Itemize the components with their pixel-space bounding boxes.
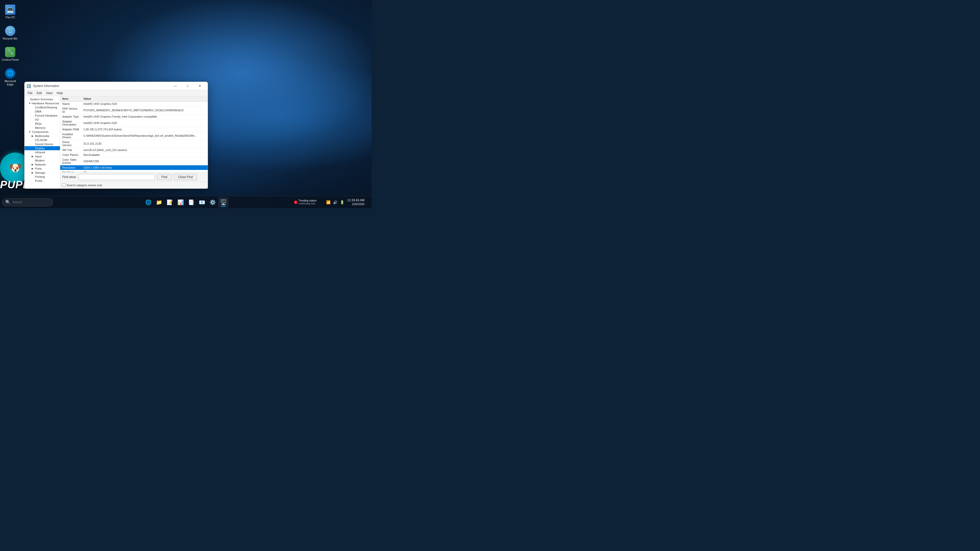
taskbar-app-powerpoint[interactable]: 📑: [186, 197, 196, 207]
row-value: 32: [81, 170, 208, 172]
row-item: Driver Version: [60, 140, 81, 148]
tree-item-cd-rom[interactable]: CD-ROM: [24, 138, 60, 142]
table-row[interactable]: Adapter RAM 1.00 GB (1,073,741,824 bytes…: [60, 127, 208, 132]
taskbar-app-word[interactable]: 📝: [165, 197, 175, 207]
tree-label: Display: [35, 147, 45, 150]
tree-item-display[interactable]: Display: [24, 146, 60, 150]
tree-item-dma[interactable]: DMA: [24, 110, 60, 114]
table-row[interactable]: Adapter Type Intel(R) UHD Graphics Famil…: [60, 114, 208, 119]
menu-help[interactable]: Help: [55, 90, 65, 96]
tree-label: Multimedia: [35, 135, 49, 138]
chevron-up-icon[interactable]: ⌃: [320, 199, 325, 205]
window-body: System Summary▼Hardware ResourcesConflic…: [24, 96, 208, 189]
maximize-button[interactable]: □: [182, 82, 193, 90]
search-input[interactable]: [13, 200, 51, 204]
row-value: Intel(R) UHD Graphics Family, Intel Corp…: [81, 114, 208, 119]
find-button[interactable]: Find: [157, 174, 172, 180]
tree-item-printing[interactable]: Printing: [24, 175, 60, 179]
taskbar-app-excel[interactable]: 📊: [175, 197, 186, 207]
tree-item-network[interactable]: ▶Network: [24, 162, 60, 167]
table-row[interactable]: Color Planes Not Available: [60, 152, 208, 157]
notif-badge: 2: [294, 200, 298, 204]
table-row[interactable]: Resolution 1920 x 1080 x 60 hertz: [60, 165, 208, 170]
taskbar-app-edge[interactable]: 🌐: [143, 197, 153, 207]
row-item: INF File: [60, 148, 81, 152]
row-value: Intel(R) UHD Graphics 620: [81, 102, 208, 106]
table-row[interactable]: Driver Version 31.0.101.2130: [60, 140, 208, 148]
tree-item-hardware-resources[interactable]: ▼Hardware Resources: [24, 101, 60, 105]
tree-item-problem-devices[interactable]: Probl...: [24, 179, 60, 183]
tree-item-ports[interactable]: ▶Ports: [24, 167, 60, 171]
expand-icon: ▶: [32, 163, 34, 166]
row-value: 1.00 GB (1,073,741,824 bytes): [81, 127, 208, 132]
expand-icon: ▶: [32, 155, 34, 158]
taskbar-app-outlook[interactable]: 📧: [197, 197, 207, 207]
tree-item-irqs[interactable]: IRQs: [24, 122, 60, 126]
row-value: C:\WINDOWS\System32\DriverStore\FileRepo…: [81, 132, 208, 140]
table-row[interactable]: Installed Drivers C:\WINDOWS\System32\Dr…: [60, 132, 208, 140]
desktop-icon-this-pc[interactable]: 💻 This PC: [0, 3, 21, 21]
close-button[interactable]: ✕: [194, 82, 206, 90]
sysinfo-window: ℹ️ System Information — □ ✕ File Edit Vi…: [24, 82, 208, 189]
battery-icon[interactable]: 🔋: [339, 199, 345, 205]
taskbar-app-file-explorer[interactable]: 📁: [154, 197, 164, 207]
tree-item-storage[interactable]: ▶Storage: [24, 171, 60, 175]
desktop-icon-control-panel[interactable]: 🔧 Control Panel: [0, 45, 21, 64]
table-row[interactable]: PNP Device ID PCI\VEN_8086&DEV_3EA0&SUBS…: [60, 106, 208, 114]
table-row[interactable]: Bits/Pixel 32: [60, 170, 208, 172]
tree-item-memory[interactable]: Memory: [24, 126, 60, 130]
tree-label: DMA: [35, 110, 41, 113]
taskbar-search[interactable]: 🔍: [2, 198, 53, 206]
tree-panel: System Summary▼Hardware ResourcesConflic…: [24, 96, 60, 189]
tree-item-forced-hardware[interactable]: Forced Hardware: [24, 114, 60, 118]
tree-item-infrared[interactable]: Infrared: [24, 150, 60, 154]
search-category-checkbox[interactable]: [62, 183, 65, 187]
table-row[interactable]: Adapter Description Intel(R) UHD Graphic…: [60, 119, 208, 127]
tree-item-io[interactable]: I/O: [24, 118, 60, 122]
minimize-button[interactable]: —: [169, 82, 181, 90]
taskbar-app-settings[interactable]: ⚙️: [207, 197, 218, 207]
news-widget-button[interactable]: 2 Trending videos Celebrating Nati...: [292, 198, 319, 206]
clock[interactable]: 11:33:43 AM 2/25/2025: [347, 198, 364, 206]
tree-item-components[interactable]: ▼Components: [24, 130, 60, 134]
table-row[interactable]: Name Intel(R) UHD Graphics 620: [60, 102, 208, 106]
tree-label: Infrared: [35, 151, 45, 154]
show-desktop-button[interactable]: [366, 197, 369, 207]
menu-view[interactable]: View: [44, 90, 55, 96]
row-item: PNP Device ID: [60, 106, 81, 114]
tree-item-system-summary[interactable]: System Summary: [24, 97, 60, 101]
taskbar-app-sysinfo[interactable]: 🖥️: [218, 197, 228, 207]
desktop-icon-edge[interactable]: 🌐 Microsoft Edge: [0, 66, 21, 88]
tree-label: Conflicts/Sharing: [35, 106, 57, 109]
tree-item-modem[interactable]: Modem: [24, 159, 60, 162]
sys-tray-icons: 2 Trending videos Celebrating Nati... ⌃ …: [292, 198, 345, 206]
row-value: oem35.inf (iWHL_w10_DS section): [81, 148, 208, 152]
search-category-label[interactable]: Search category names only: [62, 183, 102, 187]
close-find-button[interactable]: Close Find: [174, 174, 197, 180]
row-item: Bits/Pixel: [60, 170, 81, 172]
volume-icon[interactable]: 🔊: [332, 199, 339, 205]
tree-label: Forced Hardware: [35, 114, 58, 117]
news-sub: Celebrating Nati...: [299, 202, 317, 205]
desktop-icon-recycle-bin[interactable]: 🗑️ Recycle Bin: [0, 24, 21, 42]
wifi-icon[interactable]: 📶: [325, 199, 331, 205]
tree-item-conflicts-sharing[interactable]: Conflicts/Sharing: [24, 105, 60, 110]
menu-edit[interactable]: Edit: [35, 90, 44, 96]
tree-item-sound-device[interactable]: Sound Device: [24, 142, 60, 146]
recycle-bin-label: Recycle Bin: [3, 37, 18, 40]
tree-label: Components: [32, 130, 48, 133]
taskbar-right: 2 Trending videos Celebrating Nati... ⌃ …: [292, 197, 372, 207]
taskbar-center: 🌐 📁 📝 📊 📑 📧 ⚙️ 🖥️: [143, 197, 228, 207]
table-row[interactable]: INF File oem35.inf (iWHL_w10_DS section): [60, 148, 208, 152]
row-value: Not Available: [81, 152, 208, 157]
expand-icon: ▶: [32, 167, 34, 170]
tree-item-multimedia[interactable]: ▶Multimedia: [24, 134, 60, 138]
table-row[interactable]: Color Table Entries 4294967296: [60, 157, 208, 165]
tree-label: Sound Device: [35, 143, 53, 146]
row-value: 1920 x 1080 x 60 hertz: [81, 165, 208, 170]
tree-item-input[interactable]: ▶Input: [24, 154, 60, 159]
find-bar: Find what: Find Close Find: [60, 172, 208, 181]
menu-file[interactable]: File: [25, 90, 35, 96]
find-input[interactable]: [78, 174, 155, 180]
window-icon: ℹ️: [27, 84, 31, 88]
